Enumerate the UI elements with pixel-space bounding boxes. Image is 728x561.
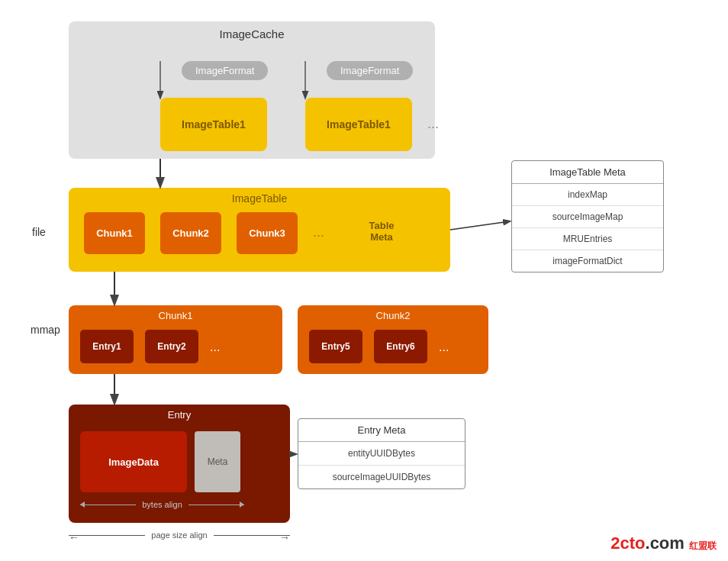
imagecache-dots: ···	[427, 119, 439, 135]
watermark-dot-com: .com	[646, 534, 685, 553]
imagecache-box: ImageCache ImageFormat ImageFormat Image…	[69, 21, 435, 159]
diagram-area: ImageCache ImageFormat ImageFormat Image…	[0, 0, 728, 561]
pagesize-arrow-right: →	[214, 535, 290, 536]
pagesize-align-text: page size align	[148, 530, 210, 540]
itmeta-row-4: imageFormatDict	[512, 250, 663, 272]
entry5-box: Entry5	[309, 330, 362, 363]
imageformat-pill-2: ImageFormat	[327, 61, 413, 80]
entrymeta-row-1: entityUUIDBytes	[298, 442, 465, 466]
imagetable-inner-1: ImageTable1	[160, 98, 267, 151]
watermark-red: 2cto	[610, 534, 645, 553]
entry2-box: Entry2	[145, 330, 198, 363]
entry-meta-title: Entry Meta	[298, 419, 465, 442]
pagesize-align-container: ← page size align →	[69, 530, 290, 540]
tablemeta-box: Table Meta	[351, 205, 412, 258]
svg-line-7	[450, 221, 510, 230]
imagetable-meta-box: ImageTable Meta indexMap sourceImageMap …	[511, 160, 664, 272]
chunk2-imagetable: Chunk2	[160, 212, 221, 254]
mmap-chunk2-label: Chunk2	[298, 305, 488, 321]
mmap-chunk1-box: Chunk1 Entry1 Entry2 ···	[69, 305, 282, 374]
pagesize-arrow-row: ← page size align →	[69, 530, 290, 540]
entrymeta-row-2: sourceImageUUIDBytes	[298, 466, 465, 488]
imagetable-label: ImageTable	[69, 188, 450, 205]
entry1-box: Entry1	[80, 330, 134, 363]
mmap-chunk2-dots: ···	[439, 343, 449, 357]
chunk1-imagetable: Chunk1	[84, 212, 145, 254]
entry-large-label: Entry	[69, 405, 290, 421]
itmeta-row-2: sourceImageMap	[512, 206, 663, 228]
meta-inner-box: Meta	[195, 431, 240, 492]
itmeta-row-3: MRUEntries	[512, 228, 663, 250]
watermark-subtext: 红盟联	[689, 540, 717, 551]
entry-meta-box: Entry Meta entityUUIDBytes sourceImageUU…	[298, 418, 465, 489]
imagedata-box: ImageData	[80, 431, 187, 492]
entry6-box: Entry6	[374, 330, 427, 363]
imagetable-dots: ···	[313, 227, 324, 243]
watermark: 2cto.com 红盟联	[610, 534, 717, 553]
mmap-chunk1-dots: ···	[210, 343, 220, 357]
mmap-label: mmap	[31, 324, 60, 336]
entry-large-box: Entry ImageData Meta bytes align	[69, 405, 290, 523]
imageformat-pill-1: ImageFormat	[182, 61, 268, 80]
pagesize-arrow-left: ←	[69, 535, 145, 536]
bytes-arrow-left	[80, 505, 136, 505]
imagetable-box: ImageTable Chunk1 Chunk2 Chunk3 ··· Tabl…	[69, 188, 450, 272]
imagetable-meta-title: ImageTable Meta	[512, 161, 663, 184]
imagetable-inner-2: ImageTable1	[305, 98, 412, 151]
mmap-chunk1-label: Chunk1	[69, 305, 282, 321]
itmeta-row-1: indexMap	[512, 184, 663, 206]
bytes-align-container: bytes align	[80, 500, 244, 509]
file-label: file	[32, 226, 46, 238]
bytes-arrow-right	[188, 505, 244, 505]
chunk3-imagetable: Chunk3	[237, 212, 298, 254]
bytes-align-arrow: bytes align	[80, 500, 244, 509]
bytes-align-text: bytes align	[139, 500, 185, 509]
mmap-chunk2-box: Chunk2 Entry5 Entry6 ···	[298, 305, 488, 374]
imagecache-label: ImageCache	[69, 21, 435, 40]
